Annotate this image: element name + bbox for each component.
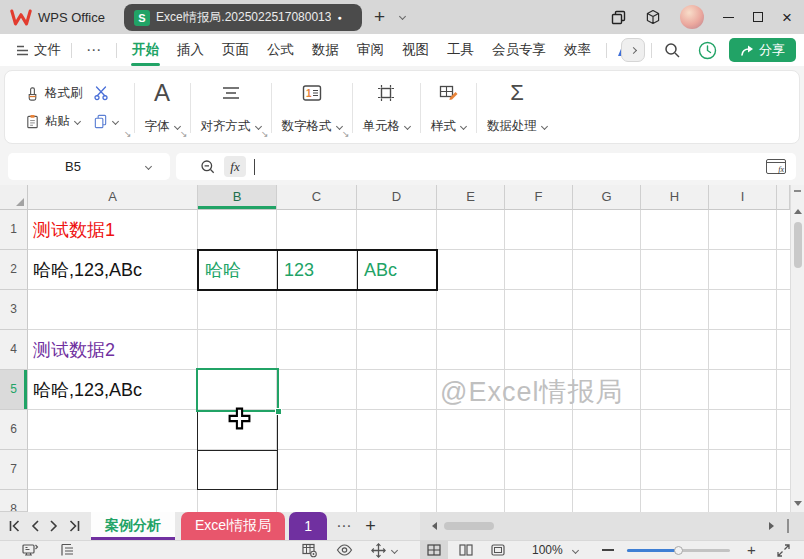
row-header-3[interactable]: 3	[0, 290, 28, 330]
data-processing-group-button[interactable]: 数据处理	[487, 118, 547, 135]
zoom-in-button[interactable]: +	[747, 541, 756, 559]
menu-item-view[interactable]: 视图	[393, 34, 438, 66]
search-icon[interactable]	[664, 42, 681, 59]
split-handle[interactable]	[794, 190, 801, 192]
row-header-2[interactable]: 2	[0, 250, 28, 290]
expand-tabs-button[interactable]	[621, 38, 645, 62]
more-sheets-button[interactable]: ⋯	[327, 517, 361, 535]
add-sheet-button[interactable]: +	[361, 516, 380, 537]
name-box[interactable]	[8, 153, 170, 180]
menu-item-home[interactable]: 开始	[123, 34, 168, 66]
col-header-f[interactable]: F	[505, 185, 573, 210]
menu-item-tools[interactable]: 工具	[438, 34, 483, 66]
expand-dialog-icon[interactable]: ↘	[261, 129, 269, 139]
sheet-tab-1[interactable]: 1	[289, 512, 327, 540]
sheet-tab-case-analysis[interactable]: 案例分析	[91, 512, 175, 540]
menu-item-data[interactable]: 数据	[303, 34, 348, 66]
fill-handle[interactable]	[275, 408, 282, 415]
paste-button[interactable]: 粘贴	[25, 113, 83, 130]
col-header-stub[interactable]	[777, 185, 790, 210]
formula-input[interactable]	[263, 158, 788, 175]
table-settings-icon[interactable]	[302, 543, 318, 558]
horizontal-scrollbar[interactable]	[420, 512, 804, 540]
fullscreen-icon[interactable]	[777, 544, 790, 557]
view-normal-button[interactable]	[420, 541, 448, 559]
col-header-e[interactable]: E	[437, 185, 505, 210]
menu-item-insert[interactable]: 插入	[168, 34, 213, 66]
switch-window-icon[interactable]	[611, 10, 626, 25]
app-box-icon[interactable]	[645, 9, 661, 25]
new-tab-button[interactable]: +	[374, 4, 385, 30]
expand-dialog-icon[interactable]: ↘	[124, 129, 132, 139]
col-header-i[interactable]: I	[709, 185, 777, 210]
insert-function-button[interactable]: fx	[224, 156, 246, 177]
sync-history-icon[interactable]	[698, 41, 717, 60]
col-header-h[interactable]: H	[641, 185, 709, 210]
cut-button[interactable]	[93, 85, 118, 101]
cell-d2[interactable]: ABc	[364, 250, 397, 290]
outline-icon[interactable]	[60, 543, 75, 557]
vscroll-thumb[interactable]	[794, 222, 802, 268]
chevron-down-icon[interactable]	[145, 163, 152, 170]
alignment-group-button[interactable]: 对齐方式	[201, 118, 261, 135]
cell-a5[interactable]: 哈哈,123,ABc	[33, 370, 142, 410]
share-button[interactable]: 分享	[729, 38, 796, 62]
expand-dialog-icon[interactable]: ↘	[342, 129, 350, 139]
scroll-up-arrow[interactable]	[794, 209, 802, 214]
scroll-down-arrow[interactable]	[794, 501, 802, 506]
cell-a4[interactable]: 测试数据2	[33, 330, 115, 370]
row-header-5[interactable]: 5	[0, 370, 28, 410]
sheet-last-button[interactable]	[68, 520, 81, 532]
maximize-button[interactable]	[753, 12, 763, 22]
zoom-level[interactable]: 100%	[532, 543, 563, 557]
number-format-group-button[interactable]: 数字格式	[282, 118, 342, 135]
sheet-first-button[interactable]	[8, 520, 21, 532]
row-header-4[interactable]: 4	[0, 330, 28, 370]
name-box-input[interactable]	[8, 158, 138, 175]
menu-item-review[interactable]: 审阅	[348, 34, 393, 66]
scroll-right-arrow[interactable]	[769, 522, 774, 530]
font-group-button[interactable]: 字体	[145, 118, 180, 135]
col-header-d[interactable]: D	[357, 185, 437, 210]
format-painter-button[interactable]: 格式刷	[25, 85, 83, 102]
sheet-next-button[interactable]	[49, 520, 59, 532]
cells-area[interactable]: @Excel情报局 测试数据1 哈哈,123,ABc 测试数据2 哈哈,123,…	[28, 210, 790, 512]
minimize-button[interactable]	[723, 17, 734, 18]
menu-item-efficiency[interactable]: 效率	[555, 34, 600, 66]
cell-c2[interactable]: 123	[284, 250, 314, 290]
view-page-break-button[interactable]	[452, 541, 480, 559]
row-header-8[interactable]: 8	[0, 490, 28, 512]
chevron-down-icon[interactable]	[391, 547, 398, 554]
menu-item-formula[interactable]: 公式	[258, 34, 303, 66]
col-header-a[interactable]: A	[28, 185, 198, 210]
vertical-scrollbar[interactable]	[790, 185, 804, 512]
close-button[interactable]: ×	[782, 9, 792, 26]
scrollbar-resize-handle[interactable]	[787, 519, 789, 533]
scroll-left-arrow[interactable]	[432, 522, 437, 530]
menu-item-page[interactable]: 页面	[213, 34, 258, 66]
expand-dialog-icon[interactable]: ↘	[180, 129, 188, 139]
formula-field[interactable]: fx fx	[176, 153, 796, 180]
zoom-out-button[interactable]	[602, 549, 614, 551]
zoom-slider-thumb[interactable]	[674, 546, 683, 555]
menu-item-membership[interactable]: 会员专享	[483, 34, 555, 66]
sheet-prev-button[interactable]	[30, 520, 40, 532]
macro-icon[interactable]	[22, 543, 39, 557]
file-menu[interactable]: 文件	[12, 34, 65, 66]
col-header-g[interactable]: G	[573, 185, 641, 210]
zoom-slider[interactable]	[627, 549, 730, 552]
cell-a1[interactable]: 测试数据1	[33, 210, 115, 250]
col-header-b[interactable]: B	[198, 185, 277, 210]
magnifier-icon[interactable]	[200, 159, 216, 175]
copy-button[interactable]	[93, 114, 118, 129]
cells-group-button[interactable]: 单元格	[363, 118, 411, 135]
row-header-7[interactable]: 7	[0, 450, 28, 490]
select-all-corner[interactable]	[0, 185, 28, 210]
expand-formula-bar-icon[interactable]: fx	[766, 159, 786, 174]
user-avatar[interactable]	[680, 5, 704, 29]
col-header-c[interactable]: C	[277, 185, 357, 210]
cell-b2[interactable]: 哈哈	[205, 250, 241, 290]
eye-icon[interactable]	[336, 543, 353, 557]
tab-list-chevron-icon[interactable]	[399, 13, 406, 20]
sheet-tab-excel-qingbaoju[interactable]: Excel情报局	[181, 512, 285, 540]
